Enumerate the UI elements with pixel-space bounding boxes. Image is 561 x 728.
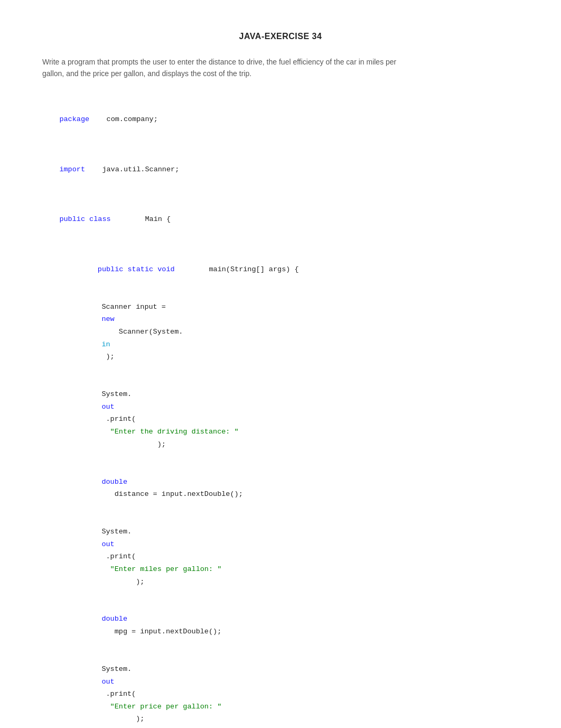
import-line: import java.util.Scanner; [42,151,519,188]
code-block: package com.company; import java.util.Sc… [42,101,519,728]
blank-line-2 [42,188,519,201]
end-2: ); [101,578,144,586]
system-print-1: System. out .print( "Enter the driving d… [42,376,519,463]
end-1: ); [101,440,166,448]
system-1: System. [101,390,132,398]
scanner-line: Scanner input = new Scanner(System. in )… [42,288,519,375]
main-method-line: public static void main(String[] args) { [42,251,519,288]
description: Write a program that prompts the user to… [42,56,401,80]
system-print-2: System. out .print( "Enter miles per gal… [42,513,519,600]
scanner-plain-2: Scanner(System. [101,328,183,336]
new-keyword: new [101,315,114,323]
str-1: "Enter the driving distance: " [101,428,238,436]
out-2: out [101,540,114,548]
main-sig-2: main(String[] args) { [175,265,299,273]
end-3: ); [101,715,144,723]
public-static-void: public static void [80,265,174,273]
mpg-val: mpg = input.nextDouble(); [101,628,221,635]
blank-line-1 [42,139,519,151]
print-3: .print( [101,690,136,698]
page-title: JAVA-EXERCISE 34 [42,32,519,41]
package-keyword: package [59,115,89,123]
scanner-in: in [101,340,110,348]
class-line: public class Main { [42,201,519,238]
double-kw-2: double [101,615,127,623]
blank-line-3 [42,238,519,251]
out-1: out [101,403,114,411]
system-print-3: System. out .print( "Enter price per gal… [42,650,519,728]
print-2: .print( [101,552,136,560]
system-2: System. [101,528,132,536]
distance-val: distance = input.nextDouble(); [101,490,242,498]
class-name: Main { [111,215,171,223]
print-1: .print( [101,415,136,423]
scanner-plain-1: Scanner input = [101,303,170,311]
double-mpg-line: double mpg = input.nextDouble(); [42,601,519,651]
double-distance-line: double distance = input.nextDouble(); [42,463,519,513]
import-keyword: import [59,165,85,173]
package-line: package com.company; [42,101,519,139]
package-value: com.company; [89,115,158,123]
str-3: "Enter price per gallon: " [101,703,221,711]
scanner-end: ); [101,353,114,361]
str-2: "Enter miles per gallon: " [101,565,221,573]
double-kw-1: double [101,478,127,486]
import-value: java.util.Scanner; [85,165,179,173]
public-class-keyword: public class [59,215,110,223]
out-3: out [101,678,114,686]
system-3: System. [101,665,132,673]
